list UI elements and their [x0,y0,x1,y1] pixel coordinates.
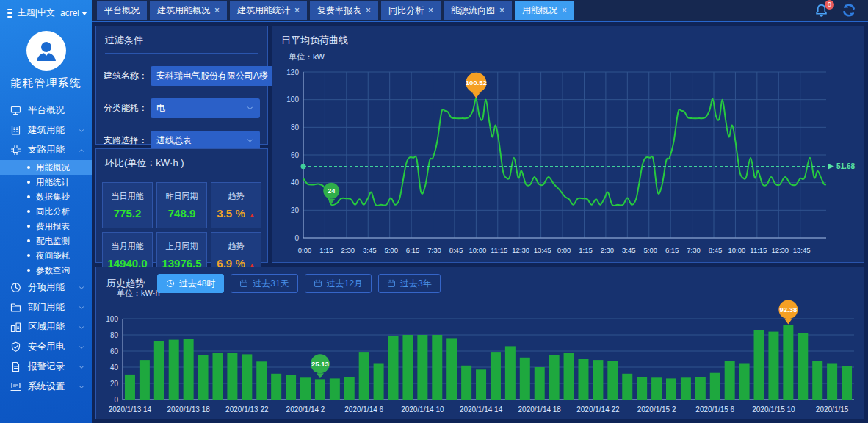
average-value-label: 51.68 [836,162,855,170]
x-tick-label: 2020/1/15 [816,405,849,413]
building-icon [10,125,21,136]
sidebar-item-branch-energy[interactable]: 支路用能 [0,140,92,160]
bar-34 [622,374,632,400]
x-tick-label: 2020/1/13 22 [225,405,269,413]
x-tick-label: 3:45 [622,246,636,254]
theme-language-switcher[interactable]: 主题|中文 [18,7,55,19]
y-tick-label: 80 [110,331,119,339]
range-button-label: 过去31天 [253,278,289,290]
sidebar-item-safety-power[interactable]: 安全用电 [0,337,92,357]
close-icon[interactable]: × [366,6,371,15]
stat-value: 748.9 [168,207,196,220]
sidebar-item-label: 系统设置 [28,380,65,393]
close-icon[interactable]: × [428,6,433,15]
close-icon[interactable]: × [294,6,300,15]
sidebar-item-system-settings[interactable]: 系统设置 [0,377,92,397]
sidebar-subitem-night-energy[interactable]: 夜间能耗 [0,248,92,263]
avatar [26,31,66,70]
y-tick-label: 20 [110,380,119,388]
x-tick-label: 12:30 [512,246,529,254]
marker-value: 24 [328,187,336,195]
tab-5[interactable]: 同比分析× [381,1,441,20]
range-button-label: 过去48时 [179,278,215,290]
bar-33 [607,361,618,400]
bar-47 [812,361,822,400]
x-tick-label: 2020/1/14 10 [401,405,444,413]
tab-3[interactable]: 建筑用能统计× [230,1,307,20]
bar-30 [564,352,574,400]
bar-15 [344,377,355,400]
sidebar-subitem-data-collection[interactable]: 数据集抄 [0,189,92,204]
bar-40 [710,373,720,400]
energy-type-select[interactable]: 电 [151,98,260,118]
x-tick-label: 2020/1/14 14 [460,405,503,413]
sidebar-subitem-yoy-analysis[interactable]: 同比分析 [0,204,92,219]
sidebar-item-subentry-energy[interactable]: 分项用能 [0,278,92,297]
range-button-31d[interactable]: 过去31天 [231,274,297,293]
menu-toggle-icon[interactable] [7,9,12,18]
bar-3 [169,340,179,400]
bar-5 [198,355,209,400]
sidebar-subitem-label: 同比分析 [36,206,70,217]
notifications-button[interactable]: 0 [814,4,828,18]
marker-tail [472,93,480,98]
close-icon[interactable]: × [499,6,504,15]
x-tick-label: 11:15 [750,246,767,254]
sidebar-item-building-energy[interactable]: 建筑用能 [0,120,92,140]
refresh-button[interactable] [842,3,856,18]
sidebar-item-department-energy[interactable]: 部门用能 [0,297,92,317]
bar-44 [768,332,778,400]
filter-panel-title: 过滤条件 [96,26,267,53]
sidebar-subitem-label: 用能统计 [36,177,70,188]
x-tick-label: 0:00 [298,246,312,254]
bullet-icon [27,195,30,198]
select-value: 安科瑞电气股份有限公司A楼 [156,70,268,82]
tab-6[interactable]: 能源流向图× [444,1,512,20]
tab-7[interactable]: 用能概况× [515,1,574,20]
sidebar-subitem-label: 配电监测 [36,236,70,247]
range-button-label: 过去12月 [327,278,363,290]
ratio-panel-title: 环比(单位：kW·h ) [96,149,267,176]
bar-43 [754,330,764,400]
sidebar-item-platform-overview[interactable]: 平台概况 [0,101,92,120]
sidebar-menu: 平台概况建筑用能支路用能用能概况用能统计数据集抄同比分析费用报表配电监测夜间能耗… [0,101,92,397]
filter-field-row: 建筑名称：安科瑞电气股份有限公司A楼 [96,66,267,86]
shield-icon [10,341,21,353]
refresh-icon [842,3,856,18]
sidebar-item-label: 分项用能 [28,281,65,294]
bar-8 [242,354,252,400]
x-tick-label: 2020/1/14 18 [518,405,562,413]
sidebar-subitem-energy-statistics[interactable]: 用能统计 [0,175,92,189]
sidebar-subitem-energy-overview[interactable]: 用能概况 [0,160,92,175]
range-button-48h[interactable]: 过去48时 [157,274,224,293]
tab-4[interactable]: 复费率报表× [310,1,378,20]
user-menu[interactable]: acrel [60,8,87,18]
bar-17 [374,364,384,400]
range-button-12m[interactable]: 过去12月 [305,274,372,293]
sidebar-item-region-energy[interactable]: 区域用能 [0,317,92,337]
bar-28 [535,367,545,400]
branch-icon [10,145,21,156]
sidebar-subitem-label: 夜间能耗 [36,250,70,261]
circuit-select[interactable]: 进线总表 [151,131,260,151]
caret-down-icon [82,12,87,15]
settings-icon [10,381,21,393]
tab-2[interactable]: 建筑用能概况× [150,1,227,20]
building-name-select[interactable]: 安科瑞电气股份有限公司A楼 [151,66,285,86]
sidebar-item-alarm-records[interactable]: 报警记录 [0,357,92,377]
close-icon[interactable]: × [214,6,220,15]
bar-12 [300,377,311,400]
sidebar-subitem-cost-report[interactable]: 费用报表 [0,219,92,234]
range-button-3y[interactable]: 过去3年 [378,274,441,293]
sidebar-subitem-distribution-monitoring[interactable]: 配电监测 [0,234,92,248]
tabs: 平台概况建筑用能概况×建筑用能统计×复费率报表×同比分析×能源流向图×用能概况× [92,0,574,21]
bar-31 [578,359,588,400]
tab-label: 平台概况 [104,4,140,17]
average-arrow-icon [828,164,834,170]
sidebar-subitem-parameter-query[interactable]: 参数查询 [0,263,92,278]
bullet-icon [27,166,30,169]
close-icon[interactable]: × [562,6,567,15]
x-tick-label: 13:45 [793,246,811,254]
divider [105,53,258,54]
tab-1[interactable]: 平台概况 [97,1,147,20]
